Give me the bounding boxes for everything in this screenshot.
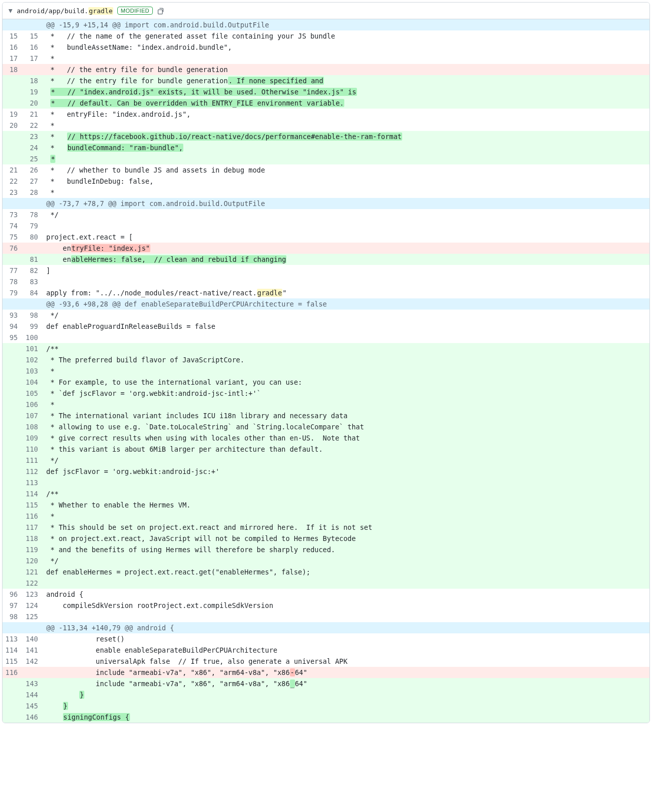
line-num-new[interactable]: 143 [23,678,43,689]
line-num-new[interactable]: 18 [23,75,43,86]
line-num-new[interactable]: 102 [23,354,43,365]
line-num-old[interactable] [3,131,23,142]
line-num-new[interactable]: 116 [23,511,43,522]
line-num-new[interactable] [23,64,43,75]
line-num-old[interactable]: 74 [3,220,23,231]
line-num-old[interactable] [3,566,23,578]
hunk-header[interactable]: @@ -15,9 +15,14 @@ import com.android.bu… [3,19,649,30]
line-num-old[interactable] [3,142,23,153]
line-num-new[interactable]: 122 [23,578,43,589]
line-num-old[interactable]: 18 [3,64,23,75]
line-num-new[interactable]: 26 [23,164,43,176]
hunk-header[interactable]: @@ -113,34 +140,79 @@ android { [3,622,649,633]
line-num-new[interactable]: 146 [23,712,43,723]
line-num-old[interactable] [3,689,23,700]
line-num-old[interactable]: 115 [3,656,23,667]
line-num-old[interactable] [3,365,23,377]
line-num-old[interactable]: 93 [3,310,23,321]
line-num-old[interactable]: 17 [3,53,23,64]
line-num-old[interactable] [3,477,23,488]
line-num-new[interactable]: 144 [23,689,43,700]
line-num-new[interactable]: 23 [23,131,43,142]
line-num-old[interactable]: 78 [3,276,23,287]
line-num-old[interactable]: 15 [3,30,23,42]
line-num-new[interactable]: 27 [23,176,43,187]
line-num-new[interactable]: 16 [23,42,43,53]
line-num-old[interactable]: 22 [3,176,23,187]
line-num-new[interactable]: 28 [23,187,43,198]
line-num-old[interactable]: 114 [3,645,23,656]
line-num-old[interactable]: 96 [3,589,23,600]
line-num-old[interactable] [3,97,23,109]
line-num-new[interactable]: 21 [23,109,43,120]
copy-icon[interactable] [157,7,165,15]
line-num-new[interactable]: 20 [23,97,43,109]
line-num-new[interactable]: 119 [23,544,43,555]
line-num-new[interactable]: 24 [23,142,43,153]
line-num-new[interactable]: 79 [23,220,43,231]
line-num-new[interactable]: 80 [23,231,43,243]
line-num-old[interactable] [3,555,23,566]
line-num-old[interactable]: 79 [3,287,23,298]
line-num-old[interactable] [3,343,23,354]
line-num-new[interactable]: 112 [23,466,43,477]
line-num-new[interactable]: 101 [23,343,43,354]
line-num-old[interactable]: 75 [3,231,23,243]
line-num-new[interactable]: 142 [23,656,43,667]
line-num-old[interactable]: 116 [3,667,23,678]
line-num-old[interactable]: 95 [3,332,23,343]
line-num-old[interactable] [3,455,23,466]
line-num-new[interactable]: 107 [23,410,43,421]
line-num-new[interactable]: 105 [23,388,43,399]
line-num-old[interactable]: 94 [3,321,23,332]
line-num-old[interactable] [3,499,23,511]
line-num-old[interactable]: 21 [3,164,23,176]
line-num-new[interactable]: 115 [23,499,43,511]
line-num-old[interactable]: 97 [3,600,23,611]
line-num-new[interactable]: 140 [23,633,43,645]
line-num-new[interactable]: 15 [23,30,43,42]
line-num-old[interactable]: 16 [3,42,23,53]
line-num-old[interactable] [3,410,23,421]
line-num-new[interactable]: 124 [23,600,43,611]
line-num-new[interactable]: 100 [23,332,43,343]
line-num-new[interactable]: 145 [23,700,43,712]
line-num-old[interactable] [3,544,23,555]
line-num-new[interactable]: 110 [23,444,43,455]
line-num-old[interactable] [3,377,23,388]
line-num-new[interactable]: 22 [23,120,43,131]
line-num-new[interactable]: 17 [23,53,43,64]
line-num-new[interactable]: 19 [23,86,43,97]
line-num-new[interactable]: 118 [23,533,43,544]
hunk-header[interactable]: @@ -93,6 +98,28 @@ def enableSeparateBui… [3,298,649,310]
line-num-old[interactable] [3,578,23,589]
line-num-old[interactable] [3,399,23,410]
line-num-new[interactable]: 121 [23,566,43,578]
line-num-new[interactable]: 141 [23,645,43,656]
line-num-old[interactable] [3,354,23,365]
line-num-old[interactable] [3,522,23,533]
line-num-new[interactable]: 103 [23,365,43,377]
line-num-old[interactable] [3,444,23,455]
line-num-new[interactable]: 83 [23,276,43,287]
line-num-old[interactable] [3,432,23,444]
line-num-new[interactable]: 106 [23,399,43,410]
line-num-new[interactable]: 84 [23,287,43,298]
line-num-new[interactable]: 109 [23,432,43,444]
line-num-new[interactable]: 123 [23,589,43,600]
line-num-old[interactable] [3,388,23,399]
line-num-old[interactable] [3,511,23,522]
line-num-new[interactable] [23,667,43,678]
line-num-new[interactable]: 104 [23,377,43,388]
line-num-old[interactable] [3,421,23,432]
line-num-old[interactable] [3,254,23,265]
line-num-old[interactable]: 73 [3,209,23,220]
line-num-old[interactable] [3,153,23,164]
line-num-new[interactable]: 120 [23,555,43,566]
line-num-old[interactable]: 23 [3,187,23,198]
line-num-old[interactable] [3,712,23,723]
line-num-new[interactable] [23,243,43,254]
line-num-old[interactable]: 20 [3,120,23,131]
chevron-down-icon[interactable]: ▶ [8,9,14,13]
file-path[interactable]: android/app/build.gradle [17,7,113,15]
